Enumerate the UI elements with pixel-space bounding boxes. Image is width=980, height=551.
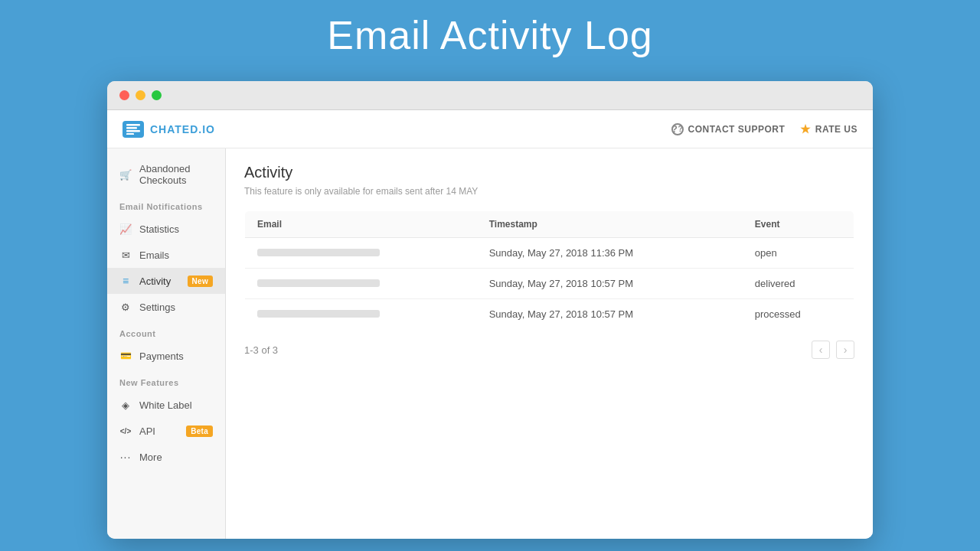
timestamp-cell: Sunday, May 27, 2018 10:57 PM [477, 299, 743, 330]
col-email: Email [245, 211, 477, 238]
sidebar-item-label: Abandoned Checkouts [139, 163, 213, 186]
payment-icon: 💳 [119, 350, 132, 362]
sidebar-item-label: Emails [139, 249, 169, 261]
sidebar-item-abandoned-checkouts[interactable]: 🛒 Abandoned Checkouts [107, 156, 225, 193]
sidebar-item-api[interactable]: </> API Beta [107, 418, 225, 444]
table-row: Sunday, May 27, 2018 10:57 PM delivered [245, 269, 854, 299]
main-content: Activity This feature is only available … [226, 148, 873, 539]
cart-icon: 🛒 [119, 168, 132, 181]
table-row: Sunday, May 27, 2018 10:57 PM processed [245, 299, 854, 330]
table-row: Sunday, May 27, 2018 11:36 PM open [245, 238, 854, 269]
pagination-row: 1-3 of 3 ‹ › [244, 341, 854, 359]
new-badge: New [188, 276, 213, 287]
sidebar-item-label: Statistics [139, 223, 179, 235]
label-icon: ◈ [119, 399, 132, 411]
api-icon: </> [119, 425, 132, 437]
sidebar-item-label: Settings [139, 302, 175, 313]
app-window: CHATED.IO ? CONTACT SUPPORT ★ RATE US 🛒 … [107, 81, 873, 539]
pagination-label: 1-3 of 3 [244, 344, 278, 356]
sidebar-item-payments[interactable]: 💳 Payments [107, 343, 225, 369]
maximize-button[interactable] [152, 90, 162, 100]
svg-rect-2 [126, 130, 140, 132]
logo[interactable]: CHATED.IO [122, 121, 215, 138]
settings-icon: ⚙ [119, 301, 132, 313]
more-icon: ··· [119, 451, 132, 463]
email-cell [245, 269, 477, 299]
sidebar-section-email-notifications: Email Notifications [107, 193, 225, 216]
event-cell: delivered [743, 269, 854, 299]
event-cell: processed [743, 299, 854, 330]
table-header-row: Email Timestamp Event [245, 211, 854, 238]
sidebar-item-settings[interactable]: ⚙ Settings [107, 294, 225, 320]
sidebar-item-white-label[interactable]: ◈ White Label [107, 392, 225, 418]
svg-rect-0 [126, 124, 140, 126]
timestamp-cell: Sunday, May 27, 2018 10:57 PM [477, 269, 743, 299]
main-title: Activity [244, 164, 854, 181]
close-button[interactable] [119, 90, 129, 100]
chart-icon: 📈 [119, 223, 132, 235]
sidebar-item-more[interactable]: ··· More [107, 444, 225, 470]
pagination-next-button[interactable]: › [836, 341, 854, 359]
app-header: CHATED.IO ? CONTACT SUPPORT ★ RATE US [107, 110, 873, 148]
star-icon: ★ [800, 122, 811, 136]
window-titlebar [107, 81, 873, 110]
beta-badge: Beta [186, 425, 213, 437]
sidebar-section-account: Account [107, 320, 225, 343]
svg-rect-1 [126, 127, 137, 129]
sidebar-item-label: API [139, 425, 155, 437]
email-cell [245, 299, 477, 330]
page-title: Email Activity Log [327, 12, 653, 58]
timestamp-cell: Sunday, May 27, 2018 11:36 PM [477, 238, 743, 269]
logo-icon [122, 121, 144, 138]
header-actions: ? CONTACT SUPPORT ★ RATE US [671, 122, 858, 136]
email-cell [245, 238, 477, 269]
pagination-prev-button[interactable]: ‹ [812, 341, 830, 359]
activity-table: Email Timestamp Event Sunday, May 27, 20… [244, 210, 854, 330]
sidebar-item-label: More [139, 452, 162, 463]
minimize-button[interactable] [136, 90, 145, 100]
main-subtitle: This feature is only available for email… [244, 186, 854, 197]
event-cell: open [743, 238, 854, 269]
col-event: Event [743, 211, 854, 238]
email-icon: ✉ [119, 249, 132, 261]
svg-rect-3 [126, 133, 134, 135]
contact-support-button[interactable]: ? CONTACT SUPPORT [671, 123, 786, 135]
activity-icon: ≡ [119, 275, 132, 287]
app-body: 🛒 Abandoned Checkouts Email Notification… [107, 148, 873, 539]
sidebar-item-emails[interactable]: ✉ Emails [107, 242, 225, 268]
sidebar: 🛒 Abandoned Checkouts Email Notification… [107, 148, 226, 539]
logo-text: CHATED.IO [150, 123, 215, 135]
pagination-arrows: ‹ › [812, 341, 854, 359]
sidebar-item-label: Activity [139, 276, 171, 287]
sidebar-item-statistics[interactable]: 📈 Statistics [107, 216, 225, 242]
sidebar-item-label: White Label [139, 399, 192, 411]
rate-us-button[interactable]: ★ RATE US [800, 122, 858, 136]
sidebar-section-new-features: New Features [107, 369, 225, 392]
sidebar-item-label: Payments [139, 350, 184, 362]
sidebar-item-activity[interactable]: ≡ Activity New [107, 268, 225, 294]
question-icon: ? [671, 123, 684, 135]
col-timestamp: Timestamp [477, 211, 743, 238]
